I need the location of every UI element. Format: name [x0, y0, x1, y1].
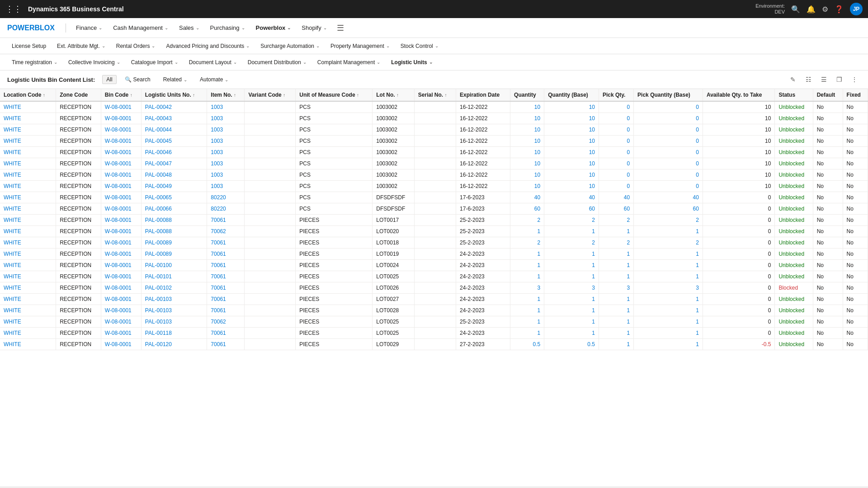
table-row[interactable]: WHITE RECEPTION W-08-0001 PAL-00088 7006…	[0, 226, 868, 237]
more-icon[interactable]: ⋮	[848, 73, 861, 86]
col-status[interactable]: Status	[775, 89, 813, 101]
chevron-down-icon: ⌄	[175, 60, 178, 65]
subnav-stock-control[interactable]: Stock Control ⌄	[396, 41, 443, 51]
subnav2-time-reg[interactable]: Time registration ⌄	[7, 57, 62, 67]
hamburger-icon[interactable]: ☰	[337, 23, 344, 33]
cell-pick-qty: 0	[599, 169, 633, 181]
search-button[interactable]: 🔍 Search	[120, 75, 155, 84]
notification-icon[interactable]: 🔔	[807, 5, 816, 14]
table-row[interactable]: WHITE RECEPTION W-08-0001 PAL-00103 7006…	[0, 294, 868, 305]
cell-avail: 0	[703, 316, 774, 328]
col-qty-base[interactable]: Quantity (Base)	[544, 89, 599, 101]
subnav2-doc-layout[interactable]: Document Layout ⌄	[184, 57, 241, 67]
col-avail-qty[interactable]: Available Qty. to Take	[703, 89, 774, 101]
subnav2-catalogue[interactable]: Catalogue Import ⌄	[127, 57, 183, 67]
cell-default: No	[813, 181, 843, 192]
table-row[interactable]: WHITE RECEPTION W-08-0001 PAL-00103 7006…	[0, 316, 868, 328]
table-row[interactable]: WHITE RECEPTION W-08-0001 PAL-00101 7006…	[0, 271, 868, 282]
search-icon[interactable]: 🔍	[791, 5, 800, 14]
subnav2-collective[interactable]: Collective Invoicing ⌄	[64, 57, 125, 67]
nav-item-sales[interactable]: Sales ⌄	[175, 22, 204, 34]
chevron-down-icon: ⌄	[323, 25, 327, 30]
subnav-ext-attribute[interactable]: Ext. Attribute Mgt. ⌄	[52, 41, 110, 51]
table-row[interactable]: WHITE RECEPTION W-08-0001 PAL-00103 7006…	[0, 305, 868, 316]
waffle-icon[interactable]: ⋮⋮	[5, 4, 22, 14]
col-lu-no[interactable]: Logistic Units No. ↑	[141, 89, 207, 101]
col-exp-date[interactable]: Expiration Date	[456, 89, 510, 101]
col-pick-qty[interactable]: Pick Qty.	[599, 89, 633, 101]
cell-default: No	[813, 316, 843, 328]
nav-item-cash[interactable]: Cash Management ⌄	[108, 22, 173, 34]
table-row[interactable]: WHITE RECEPTION W-08-0001 PAL-00120 7006…	[0, 339, 868, 350]
table-row[interactable]: WHITE RECEPTION W-08-0001 PAL-00046 1003…	[0, 147, 868, 158]
nav-item-purchasing[interactable]: Purchasing ⌄	[206, 22, 250, 34]
cell-pick-qty: 1	[599, 294, 633, 305]
col-uom[interactable]: Unit of Measure Code ↑	[296, 89, 373, 101]
table-row[interactable]: WHITE RECEPTION W-08-0001 PAL-00048 1003…	[0, 169, 868, 181]
table-row[interactable]: WHITE RECEPTION W-08-0001 PAL-00066 8022…	[0, 203, 868, 215]
subnav-advanced-pricing[interactable]: Advanced Pricing and Discounts ⌄	[161, 41, 254, 51]
expand-icon[interactable]: ❐	[833, 73, 845, 86]
avatar[interactable]: JP	[850, 3, 863, 15]
table-row[interactable]: WHITE RECEPTION W-08-0001 PAL-00089 7006…	[0, 237, 868, 249]
cell-qty: 1	[510, 249, 544, 260]
subnav2-doc-distrib[interactable]: Document Distribution ⌄	[243, 57, 311, 67]
table-row[interactable]: WHITE RECEPTION W-08-0001 PAL-00045 1003…	[0, 136, 868, 147]
table-row[interactable]: WHITE RECEPTION W-08-0001 PAL-00089 7006…	[0, 249, 868, 260]
table-row[interactable]: WHITE RECEPTION W-08-0001 PAL-00088 7006…	[0, 215, 868, 226]
table-row[interactable]: WHITE RECEPTION W-08-0001 PAL-00044 1003…	[0, 124, 868, 136]
filter-badge[interactable]: All	[102, 75, 116, 84]
table-row[interactable]: WHITE RECEPTION W-08-0001 PAL-00043 1003…	[0, 113, 868, 124]
col-pick-qty-base[interactable]: Pick Quantity (Base)	[634, 89, 703, 101]
automate-button[interactable]: Automate ⌄	[195, 75, 233, 84]
col-bin-code[interactable]: Bin Code ↑	[101, 89, 141, 101]
cell-uom: PIECES	[296, 271, 373, 282]
subnav-license-setup[interactable]: License Setup	[7, 41, 51, 51]
cell-bin: W-08-0001	[101, 316, 141, 328]
cell-uom: PCS	[296, 203, 373, 215]
cell-avail: 10	[703, 158, 774, 169]
table-row[interactable]: WHITE RECEPTION W-08-0001 PAL-00118 7006…	[0, 328, 868, 339]
related-button[interactable]: Related ⌄	[159, 75, 192, 84]
subnav-surcharge[interactable]: Surcharge Automation ⌄	[256, 41, 324, 51]
cell-uom: PCS	[296, 169, 373, 181]
col-serial-no[interactable]: Serial No. ↑	[414, 89, 456, 101]
cell-zone: RECEPTION	[56, 147, 101, 158]
cell-exp: 24-2-2023	[456, 271, 510, 282]
col-item-no[interactable]: Item No. ↑	[207, 89, 245, 101]
col-lot-no[interactable]: Lot No. ↑	[373, 89, 415, 101]
table-row[interactable]: WHITE RECEPTION W-08-0001 PAL-00102 7006…	[0, 282, 868, 294]
col-default[interactable]: Default	[813, 89, 843, 101]
cell-loc: WHITE	[0, 237, 56, 249]
list-view-icon[interactable]: ☰	[817, 73, 830, 86]
subnav2-complaint[interactable]: Complaint Management ⌄	[313, 57, 385, 67]
table-row[interactable]: WHITE RECEPTION W-08-0001 PAL-00042 1003…	[0, 101, 868, 113]
col-fixed[interactable]: Fixed	[843, 89, 868, 101]
table-row[interactable]: WHITE RECEPTION W-08-0001 PAL-00047 1003…	[0, 158, 868, 169]
cell-fixed: No	[843, 181, 868, 192]
subnav2-logistic-units[interactable]: Logistic Units ⌄	[387, 57, 437, 67]
col-zone-code[interactable]: Zone Code	[56, 89, 101, 101]
cell-exp: 16-12-2022	[456, 147, 510, 158]
col-location-code[interactable]: Location Code ↑	[0, 89, 56, 101]
col-variant-code[interactable]: Variant Code ↑	[245, 89, 296, 101]
table-row[interactable]: WHITE RECEPTION W-08-0001 PAL-00065 8022…	[0, 192, 868, 203]
table-row[interactable]: WHITE RECEPTION W-08-0001 PAL-00049 1003…	[0, 181, 868, 192]
customize-icon[interactable]: ✎	[787, 73, 799, 86]
subnav-rental-orders[interactable]: Rental Orders ⌄	[112, 41, 160, 51]
cell-lu: PAL-00101	[141, 271, 207, 282]
cell-zone: RECEPTION	[56, 328, 101, 339]
col-qty[interactable]: Quantity	[510, 89, 544, 101]
help-icon[interactable]: ❓	[835, 5, 844, 14]
table-row[interactable]: WHITE RECEPTION W-08-0001 PAL-00100 7006…	[0, 260, 868, 271]
nav-item-shopify[interactable]: Shopify ⌄	[297, 22, 331, 34]
nav-item-finance[interactable]: Finance ⌄	[71, 22, 107, 34]
cell-uom: PIECES	[296, 282, 373, 294]
cell-uom: PCS	[296, 101, 373, 113]
subnav-property[interactable]: Property Management ⌄	[326, 41, 394, 51]
nav-item-powerblox[interactable]: Powerblox ⌄	[251, 22, 296, 34]
cell-pick-qty-base: 2	[634, 215, 703, 226]
settings-icon[interactable]: ⚙	[822, 5, 828, 14]
filter-icon[interactable]: ☷	[802, 73, 815, 86]
cell-pick-qty: 40	[599, 192, 633, 203]
